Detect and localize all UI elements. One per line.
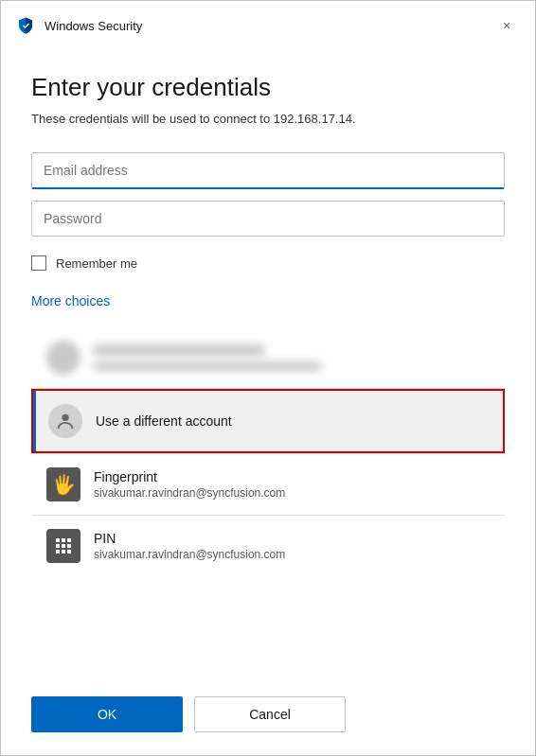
different-account-info: Use a different account bbox=[96, 413, 488, 429]
remember-me-group: Remember me bbox=[31, 255, 505, 271]
ok-button[interactable]: OK bbox=[31, 696, 183, 732]
pin-account-email: sivakumar.ravindran@syncfusion.com bbox=[94, 548, 490, 561]
fingerprint-icon: 🖐 bbox=[46, 467, 80, 501]
blurred-account-email bbox=[94, 361, 321, 371]
svg-rect-1 bbox=[56, 538, 60, 542]
fingerprint-account-email: sivakumar.ravindran@syncfusion.com bbox=[94, 486, 490, 500]
title-bar-text: Windows Security bbox=[45, 19, 484, 33]
windows-security-dialog: Windows Security × Enter your credential… bbox=[0, 0, 536, 756]
svg-rect-2 bbox=[62, 538, 65, 542]
cancel-button[interactable]: Cancel bbox=[194, 696, 346, 732]
dialog-footer: OK Cancel bbox=[1, 681, 535, 755]
svg-rect-8 bbox=[62, 550, 65, 554]
svg-rect-4 bbox=[56, 544, 60, 548]
blurred-account-info bbox=[94, 344, 490, 371]
title-bar: Windows Security × bbox=[1, 1, 535, 50]
dialog-content: Enter your credentials These credentials… bbox=[1, 50, 535, 681]
pin-account-name: PIN bbox=[94, 531, 490, 546]
more-choices-link[interactable]: More choices bbox=[31, 293, 505, 308]
pin-icon bbox=[46, 529, 80, 563]
windows-security-icon bbox=[16, 16, 35, 35]
close-button[interactable]: × bbox=[493, 12, 520, 39]
svg-rect-5 bbox=[62, 544, 65, 548]
remember-me-checkbox[interactable] bbox=[31, 255, 46, 271]
different-account-name: Use a different account bbox=[96, 413, 488, 429]
pin-grid-icon bbox=[54, 536, 73, 555]
remember-me-label: Remember me bbox=[56, 256, 137, 271]
dialog-subtitle: These credentials will be used to connec… bbox=[31, 112, 505, 126]
email-input[interactable] bbox=[31, 152, 505, 189]
svg-rect-6 bbox=[67, 544, 71, 548]
person-icon bbox=[55, 411, 76, 431]
fingerprint-account-name: Fingerprint bbox=[94, 469, 490, 484]
fingerprint-account-item[interactable]: 🖐 Fingerprint sivakumar.ravindran@syncfu… bbox=[31, 454, 505, 515]
blurred-account-name bbox=[94, 344, 264, 356]
pin-account-info: PIN sivakumar.ravindran@syncfusion.com bbox=[94, 531, 490, 561]
svg-rect-7 bbox=[56, 550, 60, 554]
svg-rect-3 bbox=[67, 538, 71, 542]
password-input-group bbox=[31, 201, 505, 237]
dialog-heading: Enter your credentials bbox=[31, 73, 505, 102]
svg-rect-9 bbox=[67, 550, 71, 554]
fingerprint-account-info: Fingerprint sivakumar.ravindran@syncfusi… bbox=[94, 469, 490, 500]
person-avatar-icon bbox=[48, 404, 82, 438]
fingerprint-symbol: 🖐 bbox=[52, 473, 76, 496]
password-input[interactable] bbox=[31, 201, 505, 237]
pin-account-item[interactable]: PIN sivakumar.ravindran@syncfusion.com bbox=[31, 516, 505, 576]
email-input-group bbox=[31, 152, 505, 189]
different-account-item[interactable]: Use a different account bbox=[31, 389, 505, 453]
blurred-account-item bbox=[31, 327, 505, 388]
account-list: Use a different account 🖐 Fingerprint si… bbox=[31, 327, 505, 576]
svg-point-0 bbox=[62, 414, 68, 421]
blurred-avatar bbox=[46, 341, 80, 375]
